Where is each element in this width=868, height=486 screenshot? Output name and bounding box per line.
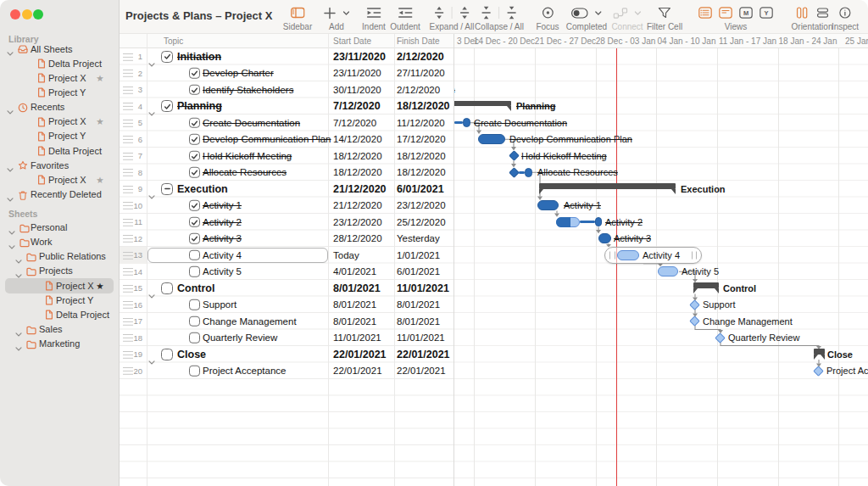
- checkbox-unchecked[interactable]: [189, 316, 200, 327]
- chevron-down-icon[interactable]: [7, 193, 14, 204]
- minimize-window-button[interactable]: [22, 9, 32, 20]
- checkbox-checked[interactable]: [189, 118, 200, 129]
- checkbox-checked[interactable]: [189, 85, 200, 96]
- checkbox-unchecked[interactable]: [189, 266, 200, 277]
- table-row[interactable]: 15Control8/01/202111/01/2021: [120, 280, 453, 297]
- toolbar-button-orientation[interactable]: Orientation: [792, 5, 833, 31]
- sidebar-item-work[interactable]: Work: [0, 235, 120, 249]
- close-window-button[interactable]: [10, 9, 20, 20]
- finish-date-cell[interactable]: 6/01/2021: [397, 183, 444, 195]
- checkbox-unchecked[interactable]: [189, 299, 200, 310]
- topic-cell[interactable]: Planning: [177, 100, 222, 112]
- star-icon[interactable]: ★: [93, 71, 107, 86]
- sidebar-item-project-x[interactable]: Project X★: [0, 173, 120, 187]
- finish-date-cell[interactable]: 11/01/2021: [397, 332, 445, 343]
- table-row[interactable]: 4Planning7/12/202018/12/2020: [120, 98, 453, 115]
- gantt-task-bar-activity-5[interactable]: [658, 266, 678, 277]
- table-row[interactable]: 20Project Acceptance22/01/202122/01/2021: [120, 363, 453, 380]
- resize-handle-left[interactable]: [609, 251, 615, 259]
- finish-date-cell[interactable]: 18/12/2020: [397, 151, 446, 161]
- toolbar-button-inspect[interactable]: Inspect: [832, 5, 859, 31]
- checkbox-checked[interactable]: [189, 200, 200, 211]
- checkbox-checked[interactable]: [189, 68, 200, 79]
- finish-date-cell[interactable]: 18/12/2020: [397, 167, 446, 177]
- checkbox-checked[interactable]: [189, 151, 200, 162]
- topic-cell[interactable]: Activity 1: [203, 200, 242, 210]
- table-row[interactable]: 12Activity 328/12/2020Yesterday: [120, 231, 453, 248]
- start-date-cell[interactable]: 4/01/2021: [333, 266, 376, 277]
- zoom-window-button[interactable]: [33, 9, 43, 20]
- sidebar-item-recents[interactable]: Recents: [0, 100, 120, 115]
- sidebar-item-favorites[interactable]: Favorites: [0, 159, 120, 173]
- start-date-cell[interactable]: 28/12/2020: [333, 233, 382, 243]
- topic-cell[interactable]: Develop Charter: [203, 68, 274, 78]
- gantt-summary-bar-execution[interactable]: [539, 183, 676, 189]
- start-date-cell[interactable]: 21/12/2020: [333, 183, 387, 195]
- sidebar-item-recently-deleted[interactable]: Recently Deleted: [0, 187, 120, 202]
- sidebar-item-project-x[interactable]: Project X★: [0, 115, 120, 129]
- toolbar-button-completed[interactable]: Completed: [566, 5, 607, 31]
- checkbox-mixed[interactable]: [161, 183, 173, 195]
- sidebar-item-public-relations[interactable]: Public Relations: [0, 249, 120, 264]
- start-date-cell[interactable]: 22/01/2021: [333, 349, 387, 360]
- sidebar-item-project-y[interactable]: Project Y: [0, 129, 120, 143]
- toolbar-button-views[interactable]: MYViews: [698, 5, 773, 31]
- start-date-cell[interactable]: Today: [333, 250, 359, 260]
- finish-date-cell[interactable]: 2/12/2020: [397, 51, 444, 63]
- toolbar-button-collapse-all[interactable]: Collapse / All: [475, 5, 524, 31]
- topic-cell[interactable]: Initiation: [177, 51, 221, 63]
- start-date-cell[interactable]: 22/01/2021: [333, 366, 382, 376]
- star-icon[interactable]: ★: [93, 279, 107, 293]
- start-date-cell[interactable]: 23/11/2020: [333, 68, 381, 78]
- checkbox-unchecked[interactable]: [189, 250, 200, 261]
- table-row[interactable]: 19Close22/01/202122/01/2021: [120, 346, 453, 363]
- start-date-cell[interactable]: 8/01/2021: [333, 282, 381, 294]
- checkbox-checked[interactable]: [189, 233, 200, 244]
- sidebar-item-projects[interactable]: Projects: [0, 264, 120, 278]
- topic-cell[interactable]: Activity 5: [203, 266, 242, 277]
- topic-cell[interactable]: Allocate Resources: [203, 167, 287, 177]
- table-row[interactable]: 9Execution21/12/20206/01/2021: [120, 181, 453, 198]
- topic-cell[interactable]: Create Documentation: [203, 118, 300, 128]
- finish-date-cell[interactable]: 6/01/2021: [397, 266, 440, 277]
- toolbar-button-filter-cell[interactable]: Filter Cell: [647, 5, 682, 31]
- star-icon[interactable]: ★: [93, 115, 107, 129]
- sidebar-item-project-x[interactable]: Project X★: [0, 71, 120, 86]
- table-row[interactable]: 2Develop Charter23/11/202027/11/2020: [120, 65, 453, 82]
- table-row[interactable]: 8Allocate Resources18/12/202018/12/2020: [120, 165, 453, 182]
- table-row[interactable]: 10Activity 121/12/202023/12/2020: [120, 198, 453, 215]
- gantt-task-bar-activity-3[interactable]: [598, 233, 611, 243]
- start-date-cell[interactable]: 18/12/2020: [333, 151, 382, 161]
- start-date-cell[interactable]: 7/12/2020: [333, 100, 381, 112]
- toolbar-button-sidebar[interactable]: Sidebar: [283, 5, 312, 31]
- start-date-cell[interactable]: 23/11/2020: [333, 51, 386, 63]
- finish-date-cell[interactable]: 11/01/2021: [397, 282, 449, 294]
- start-date-cell[interactable]: 8/01/2021: [333, 316, 376, 327]
- sidebar-item-all-sheets[interactable]: All Sheets: [0, 42, 120, 57]
- start-date-cell[interactable]: 18/12/2020: [333, 167, 382, 177]
- topic-cell[interactable]: Activity 4: [203, 250, 242, 260]
- topic-cell[interactable]: Project Acceptance: [203, 366, 286, 376]
- toolbar-button-connect[interactable]: Connect: [611, 5, 643, 31]
- resize-handle-right[interactable]: [692, 251, 698, 259]
- finish-date-cell[interactable]: 22/01/2021: [397, 349, 450, 360]
- toolbar-button-focus[interactable]: Focus: [536, 5, 559, 31]
- table-row[interactable]: 7Hold Kickoff Meeting18/12/202018/12/202…: [120, 148, 453, 165]
- finish-date-cell[interactable]: 1/01/2021: [397, 250, 440, 260]
- table-row[interactable]: 13Activity 4Today1/01/2021: [120, 247, 453, 264]
- finish-date-cell[interactable]: 11/12/2020: [397, 118, 445, 128]
- finish-date-cell[interactable]: 8/01/2021: [397, 299, 440, 310]
- start-date-cell[interactable]: 14/12/2020: [333, 134, 382, 144]
- checkbox-unchecked[interactable]: [161, 282, 173, 294]
- checkbox-checked[interactable]: [189, 167, 200, 178]
- gantt-task-bar-activity-2[interactable]: [556, 217, 580, 227]
- topic-cell[interactable]: Support: [203, 299, 236, 310]
- gantt-summary-bar-control[interactable]: [693, 282, 719, 288]
- sidebar-item-delta-project[interactable]: Delta Project: [0, 57, 120, 71]
- start-date-cell[interactable]: 8/01/2021: [333, 299, 376, 310]
- star-icon[interactable]: ★: [93, 173, 107, 187]
- topic-cell[interactable]: Control: [177, 282, 214, 294]
- sidebar-item-project-x[interactable]: Project X★: [0, 279, 120, 293]
- finish-date-cell[interactable]: 27/11/2020: [397, 68, 445, 78]
- start-date-cell[interactable]: 30/11/2020: [333, 85, 381, 95]
